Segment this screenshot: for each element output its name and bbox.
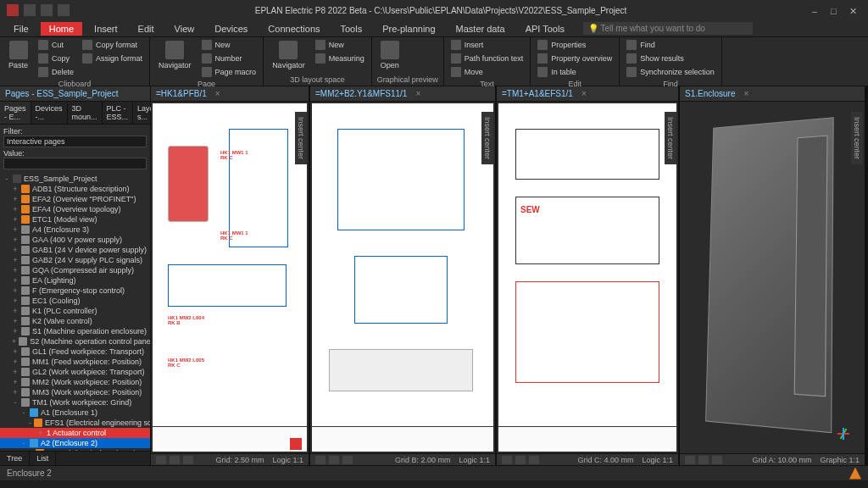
ribbon-number[interactable]: Number: [200, 53, 259, 64]
menu-pre-planning[interactable]: Pre-planning: [374, 22, 443, 36]
tree-item-8[interactable]: +GQA (Compressed air supply): [0, 265, 150, 275]
ribbon-page-macro[interactable]: Page macro: [200, 66, 259, 78]
grid-icon[interactable]: [329, 456, 339, 464]
tree-item-2[interactable]: +EFA4 (Overview topology): [0, 204, 150, 214]
minimize-icon[interactable]: –: [812, 6, 821, 14]
tree-item-5[interactable]: +GAA (400 V power supply): [0, 235, 150, 245]
grid-icon[interactable]: [515, 456, 526, 464]
snap-icon[interactable]: [712, 456, 722, 464]
menu-edit[interactable]: Edit: [130, 22, 163, 36]
tree-item-6[interactable]: +GAB1 (24 V device power supply): [0, 245, 150, 255]
paste-button[interactable]: Paste: [5, 39, 31, 71]
insert-center-tab[interactable]: Insert center: [851, 112, 863, 164]
menu-home[interactable]: Home: [41, 22, 82, 36]
grid-icon[interactable]: [170, 456, 180, 464]
copy-format-button[interactable]: Copy format: [81, 39, 144, 51]
ribbon-synchronize-selection[interactable]: Synchronize selection: [625, 66, 716, 78]
ribbon-properties[interactable]: Properties: [536, 39, 614, 51]
zoom-fit-icon[interactable]: [685, 456, 695, 464]
close-icon[interactable]: ✕: [849, 6, 858, 14]
tell-me-search[interactable]: 💡 Tell me what you want to do: [583, 22, 753, 35]
tree-item-24[interactable]: +1 Actuator control: [0, 428, 150, 438]
tree-item-12[interactable]: +K1 (PLC controller): [0, 306, 150, 316]
tree-item-11[interactable]: +EC1 (Cooling): [0, 296, 150, 306]
pane-tab-0[interactable]: =HK1&PFB/1×: [151, 86, 309, 102]
page-navigator-button[interactable]: Navigator: [155, 39, 195, 71]
3d-navigator-button[interactable]: Navigator: [269, 39, 309, 71]
tree-item-7[interactable]: +GAB2 (24 V supply PLC signals): [0, 255, 150, 265]
canvas-2[interactable]: Insert centerSEW: [498, 103, 676, 452]
canvas-3[interactable]: Insert center: [682, 103, 863, 452]
ribbon-property-overview[interactable]: Property overview: [536, 53, 614, 64]
tree-item-18[interactable]: +GL2 (Work workpiece: Transport): [0, 367, 150, 377]
ribbon-measuring[interactable]: Measuring: [314, 53, 366, 64]
insert-center-tab[interactable]: Insert center: [665, 112, 676, 164]
close-tab-icon[interactable]: ×: [743, 89, 748, 98]
tree-root[interactable]: -ESS_Sample_Project: [0, 174, 150, 184]
tree-item-23[interactable]: -EFS1 (Electrical engineering schematic): [0, 418, 150, 428]
zoom-fit-icon[interactable]: [502, 456, 512, 464]
tree-item-20[interactable]: +MM3 (Work workpiece: Position): [0, 387, 150, 397]
pane-tab-1[interactable]: =MM2+B2.Y1&MFS11/1×: [310, 86, 495, 102]
ribbon-move[interactable]: Move: [449, 66, 526, 78]
pane-tab-2[interactable]: =TM1+A1&EFS1/1×: [497, 86, 678, 102]
snap-icon[interactable]: [183, 456, 193, 464]
nav-tab-3[interactable]: PLC - ESS...: [103, 102, 134, 124]
snap-icon[interactable]: [342, 456, 353, 464]
insert-center-tab[interactable]: Insert center: [481, 112, 493, 164]
menu-connections[interactable]: Connections: [259, 22, 328, 36]
tree-item-10[interactable]: +F (Emergency-stop control): [0, 286, 150, 296]
tree-item-21[interactable]: -TM1 (Work workpiece: Grind): [0, 397, 150, 408]
tree-item-25[interactable]: -A2 (Enclosure 2): [0, 438, 150, 448]
canvas-0[interactable]: Insert centerHK1 MW1 1RK CHK1 MW1 1RK CH…: [153, 103, 307, 452]
tree-item-4[interactable]: +A4 (Enclosure 3): [0, 225, 150, 235]
snap-icon[interactable]: [529, 456, 539, 464]
tree-item-13[interactable]: +K2 (Valve control): [0, 316, 150, 326]
menu-master data[interactable]: Master data: [448, 22, 514, 36]
tree-item-1[interactable]: +EFA2 (Overview "PROFINET"): [0, 194, 150, 204]
nav-tree[interactable]: -ESS_Sample_Project+ADB1 (Structure desc…: [0, 172, 150, 451]
value-input[interactable]: [3, 158, 147, 169]
nav-tab-0[interactable]: Pages - E...: [0, 102, 31, 124]
tree-item-22[interactable]: -A1 (Enclosure 1): [0, 408, 150, 418]
zoom-fit-icon[interactable]: [156, 456, 166, 464]
menu-file[interactable]: File: [5, 22, 37, 36]
ribbon-new[interactable]: New: [200, 39, 259, 51]
qat-save-icon[interactable]: [24, 4, 36, 16]
nav-tab-1[interactable]: Devices -...: [31, 102, 68, 124]
canvas-1[interactable]: Insert center: [312, 103, 493, 452]
menu-api tools[interactable]: API Tools: [517, 22, 573, 36]
menu-devices[interactable]: Devices: [206, 22, 256, 36]
pane-tab-3[interactable]: S1.Enclosure×: [680, 86, 865, 102]
nav-bot-tree[interactable]: Tree: [0, 452, 30, 465]
tree-item-0[interactable]: +ADB1 (Structure description): [0, 184, 150, 194]
open-button[interactable]: Open: [377, 39, 403, 71]
tree-item-14[interactable]: +S1 (Machine operation enclosure): [0, 326, 150, 336]
tree-item-17[interactable]: +MM1 (Feed workpiece: Position): [0, 357, 150, 367]
menu-view[interactable]: View: [166, 22, 203, 36]
tree-item-9[interactable]: +EA (Lighting): [0, 275, 150, 286]
menu-tools[interactable]: Tools: [332, 22, 371, 36]
tree-item-16[interactable]: +GL1 (Feed workpiece: Transport): [0, 347, 150, 357]
ribbon-in-table[interactable]: In table: [536, 66, 614, 78]
filter-select[interactable]: [3, 136, 147, 147]
grid-icon[interactable]: [698, 456, 709, 464]
ribbon-find[interactable]: Find: [625, 39, 716, 51]
maximize-icon[interactable]: □: [831, 6, 839, 14]
qat-undo-icon[interactable]: [41, 4, 53, 16]
ribbon-show-results[interactable]: Show results: [625, 53, 716, 64]
delete-button[interactable]: Delete: [36, 66, 75, 78]
close-tab-icon[interactable]: ×: [415, 89, 420, 98]
nav-tab-2[interactable]: 3D moun...: [68, 102, 103, 124]
tree-item-19[interactable]: +MM2 (Work workpiece: Position): [0, 377, 150, 387]
nav-bot-list[interactable]: List: [30, 452, 56, 465]
ribbon-insert[interactable]: Insert: [449, 39, 526, 51]
insert-center-tab[interactable]: Insert center: [295, 112, 307, 164]
qat-redo-icon[interactable]: [58, 4, 70, 16]
tree-item-3[interactable]: +ETC1 (Model view): [0, 214, 150, 225]
close-tab-icon[interactable]: ×: [581, 89, 587, 98]
warning-icon[interactable]: [849, 468, 861, 480]
assign-format-button[interactable]: Assign format: [81, 53, 144, 64]
ribbon-new[interactable]: New: [314, 39, 366, 51]
tree-item-15[interactable]: +S2 (Machine operation control panel): [0, 336, 150, 347]
